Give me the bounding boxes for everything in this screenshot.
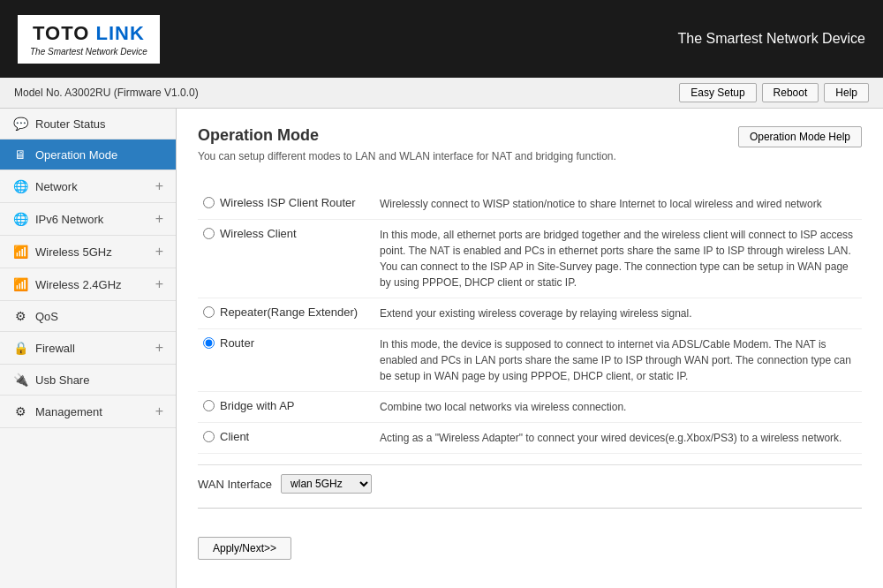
radio-wisp-label[interactable]: Wireless ISP Client Router [203,196,369,209]
usb-icon: 🔌 [12,373,28,387]
reboot-button[interactable]: Reboot [762,83,819,102]
radio-client-label[interactable]: Client [203,430,369,443]
radio-wireless-client-label[interactable]: Wireless Client [203,227,369,240]
logo-subtitle: The Smartest Network Device [30,47,147,57]
mode-table: Wireless ISP Client Router Wirelessly co… [198,189,862,454]
mode-repeater-desc: Extend your existing wireless coverage b… [374,298,862,329]
sidebar-item-firewall[interactable]: 🔒 Firewall + [0,332,176,365]
sidebar-item-network[interactable]: 🌐 Network + [0,170,176,203]
sidebar-item-operation-mode[interactable]: 🖥 Operation Mode [0,139,176,170]
expand-icon-24ghz: + [155,276,163,292]
logo: TOTO LINK The Smartest Network Device [18,15,160,64]
lock-icon: 🔒 [12,341,28,355]
layout: 💬 Router Status 🖥 Operation Mode 🌐 Netwo… [0,109,883,588]
sidebar-item-usb-share[interactable]: 🔌 Usb Share [0,365,176,396]
mode-repeater-text: Repeater(Range Extender) [220,305,358,319]
table-row: Wireless Client In this mode, all ethern… [198,220,862,298]
expand-icon-network: + [155,178,163,194]
sidebar-label-wireless-24ghz: Wireless 2.4GHz [35,278,155,291]
table-row: Wireless ISP Client Router Wirelessly co… [198,189,862,220]
globe-icon-ipv6: 🌐 [12,212,28,226]
sidebar-item-qos[interactable]: ⚙ QoS [0,301,176,332]
sidebar-item-wireless-24ghz[interactable]: 📶 Wireless 2.4GHz + [0,268,176,301]
main-content: Operation Mode You can setup different m… [177,109,883,588]
help-button[interactable]: Help [824,83,869,102]
radio-bridge-ap-label[interactable]: Bridge with AP [203,399,369,412]
mode-wisp-desc: Wirelessly connect to WISP station/notic… [374,189,862,220]
mode-wireless-client-text: Wireless Client [220,227,297,240]
radio-client[interactable] [203,431,215,442]
top-row: Operation Mode You can setup different m… [198,126,862,175]
easy-setup-button[interactable]: Easy Setup [679,83,756,102]
header: TOTO LINK The Smartest Network Device Th… [0,0,883,78]
expand-icon-firewall: + [155,340,163,356]
page-desc: You can setup different modes to LAN and… [198,150,616,162]
page-title: Operation Mode [198,126,616,145]
sidebar-item-router-status[interactable]: 💬 Router Status [0,109,176,139]
logo-toto: TOTO [33,22,89,44]
mode-client-desc: Acting as a "Wireless Adapter" to connec… [374,423,862,454]
radio-router[interactable] [203,337,215,349]
radio-wisp[interactable] [203,197,215,208]
sidebar-label-usb-share: Usb Share [35,373,163,387]
mode-bridge-ap-desc: Combine two local networks via wireless … [374,392,862,423]
radio-router-label[interactable]: Router [203,336,369,350]
mode-router-text: Router [220,336,254,350]
gear-icon-management: ⚙ [12,404,28,418]
mode-client-text: Client [220,430,249,443]
sidebar-label-router-status: Router Status [35,117,163,131]
apply-divider [198,508,862,509]
mode-bridge-ap-text: Bridge with AP [220,399,295,412]
expand-icon-ipv6: + [155,211,163,227]
operation-mode-help-button[interactable]: Operation Mode Help [738,126,862,147]
mode-router-desc: In this mode, the device is supposed to … [374,329,862,392]
gear-icon-qos: ⚙ [12,309,28,323]
sidebar-label-firewall: Firewall [35,342,155,355]
wifi-icon-5ghz: 📶 [12,245,28,259]
sidebar-label-operation-mode: Operation Mode [35,148,163,162]
radio-wireless-client[interactable] [203,228,215,239]
comment-icon: 💬 [12,117,28,131]
sidebar: 💬 Router Status 🖥 Operation Mode 🌐 Netwo… [0,109,177,588]
mode-wisp-text: Wireless ISP Client Router [220,196,356,209]
sidebar-item-ipv6-network[interactable]: 🌐 IPv6 Network + [0,203,176,236]
sidebar-label-network: Network [35,180,155,193]
wan-interface-label: WAN Interface [198,478,272,491]
monitor-icon: 🖥 [12,147,28,162]
mode-wireless-client-desc: In this mode, all ethernet ports are bri… [374,220,862,298]
logo-link: LINK [95,22,144,44]
model-bar: Model No. A3002RU (Firmware V1.0.0) Easy… [0,78,883,109]
model-text: Model No. A3002RU (Firmware V1.0.0) [14,87,199,99]
sidebar-label-management: Management [35,405,155,418]
expand-icon-management: + [155,403,163,419]
expand-icon-5ghz: + [155,244,163,260]
sidebar-label-wireless-5ghz: Wireless 5GHz [35,245,155,259]
header-tagline: The Smartest Network Device [677,31,865,47]
table-row: Router In this mode, the device is suppo… [198,329,862,392]
globe-icon-network: 🌐 [12,179,28,193]
radio-bridge-ap[interactable] [203,400,215,411]
model-bar-buttons: Easy Setup Reboot Help [679,83,869,102]
wifi-icon-24ghz: 📶 [12,277,28,291]
wan-interface-row: WAN Interface wlan 5GHz wlan 2.4GHz WAN … [198,464,862,494]
sidebar-item-wireless-5ghz[interactable]: 📶 Wireless 5GHz + [0,236,176,268]
radio-repeater[interactable] [203,306,215,318]
logo-text: TOTO LINK [33,22,145,45]
wan-interface-select[interactable]: wlan 5GHz wlan 2.4GHz WAN port [281,474,372,494]
table-row: Client Acting as a "Wireless Adapter" to… [198,423,862,454]
table-row: Bridge with AP Combine two local network… [198,392,862,423]
apply-next-button[interactable]: Apply/Next>> [198,537,291,560]
radio-repeater-label[interactable]: Repeater(Range Extender) [203,305,369,319]
sidebar-item-management[interactable]: ⚙ Management + [0,396,176,428]
sidebar-label-ipv6-network: IPv6 Network [35,213,155,226]
sidebar-label-qos: QoS [35,310,163,323]
table-row: Repeater(Range Extender) Extend your exi… [198,298,862,329]
